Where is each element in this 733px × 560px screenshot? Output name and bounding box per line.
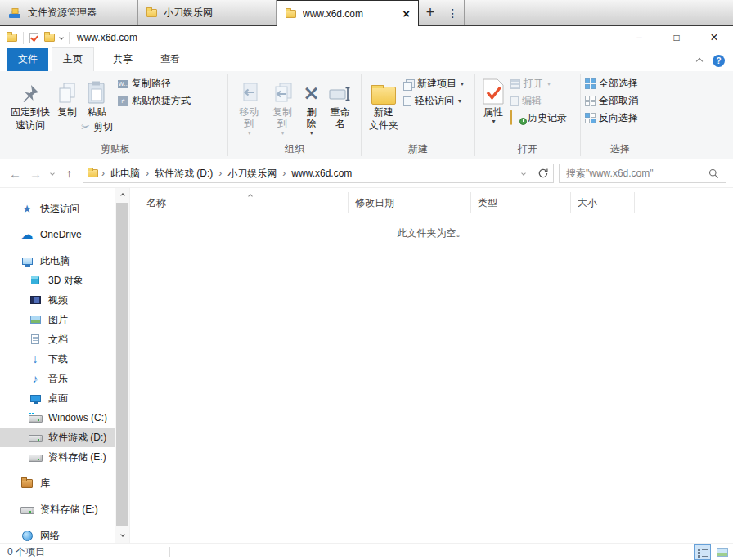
sidebar-item-videos[interactable]: 视频 (0, 290, 115, 310)
column-header-date-modified[interactable]: 修改日期 (349, 192, 471, 213)
sidebar-item-this-pc[interactable]: 此电脑 (0, 251, 115, 271)
customize-toolbar-chevron-icon[interactable] (59, 35, 64, 40)
sidebar-item-pictures[interactable]: 图片 (0, 310, 115, 329)
scrollbar-thumb[interactable] (116, 203, 128, 526)
sidebar-item-documents[interactable]: 文档 (0, 329, 115, 349)
history-button[interactable]: 历史记录 (510, 111, 567, 125)
paste-icon (87, 75, 106, 105)
quick-access-properties-icon[interactable] (29, 33, 38, 43)
search-input[interactable] (566, 168, 704, 179)
tab-xiaodao[interactable]: 小刀娱乐网 (138, 0, 277, 25)
paste-shortcut-button[interactable]: ↱ 粘贴快捷方式 (118, 94, 191, 108)
invert-selection-button[interactable]: 反向选择 (585, 111, 638, 125)
new-tab-button[interactable]: + (419, 0, 442, 25)
up-button[interactable]: ↑ (59, 164, 79, 183)
tab-label: 文件资源管理器 (28, 6, 97, 20)
select-all-icon (585, 78, 596, 89)
thumbnails-view-button[interactable] (713, 544, 731, 560)
tab-strip: 文件资源管理器 小刀娱乐网 www.x6d.com × + ⋮ (0, 0, 733, 26)
new-folder-button[interactable]: 新建 文件夹 (366, 74, 402, 131)
sidebar-item-quick-access[interactable]: ★ 快速访问 (0, 199, 115, 218)
scroll-down-icon[interactable] (115, 527, 129, 541)
details-view-icon (698, 548, 708, 557)
copy-to-button[interactable]: 复制到 ▾ (266, 74, 299, 137)
library-icon (20, 479, 34, 488)
thumbnails-view-icon (717, 548, 728, 557)
ribbon-tab-row: 文件 主页 共享 查看 ? (0, 49, 733, 71)
help-icon[interactable]: ? (713, 55, 725, 67)
group-label-clipboard: 剪贴板 (3, 142, 227, 159)
delete-icon: × (303, 75, 320, 105)
divider (23, 32, 24, 44)
close-tab-icon[interactable]: × (402, 7, 410, 20)
recent-locations-button[interactable] (46, 164, 59, 183)
ribbon-group-select: 全部选择 全部取消 反向选择 选择 (581, 71, 659, 159)
rename-button[interactable]: 重命名 (323, 74, 357, 129)
ribbon-tab-home[interactable]: 主页 (52, 47, 94, 71)
details-view-button[interactable] (694, 544, 711, 560)
maximize-button[interactable]: □ (658, 26, 695, 49)
select-none-icon (585, 96, 596, 106)
minimize-button[interactable]: − (620, 26, 658, 49)
search-icon[interactable] (704, 168, 723, 179)
divider (169, 547, 170, 557)
sidebar-item-desktop[interactable]: 桌面 (0, 388, 115, 408)
cube-icon (29, 276, 42, 284)
sidebar-item-downloads[interactable]: ↓ 下载 (0, 349, 115, 369)
column-header-type[interactable]: 类型 (471, 192, 571, 213)
column-header-size[interactable]: 大小 (571, 192, 635, 213)
open-button[interactable]: 打开 ▾ (510, 77, 567, 91)
app-folder-icon (7, 34, 17, 42)
sidebar-item-network[interactable]: 网络 (0, 526, 115, 543)
window-controls: − □ × (620, 26, 733, 49)
sidebar-scrollbar[interactable] (115, 188, 129, 543)
easy-access-button[interactable]: 轻松访问 ▾ (403, 94, 464, 108)
sidebar-item-3d-objects[interactable]: 3D 对象 (0, 271, 115, 290)
sidebar-item-onedrive[interactable]: ☁ OneDrive (0, 225, 115, 244)
crumb-current[interactable]: www.x6d.com (289, 168, 354, 179)
column-header-name[interactable]: 名称 (140, 192, 349, 213)
tab-www-x6d-active[interactable]: www.x6d.com × (277, 0, 419, 26)
sidebar-item-drive-c[interactable]: Windows (C:) (0, 408, 115, 428)
copy-button[interactable]: 复制 (53, 74, 81, 118)
collapse-ribbon-icon[interactable] (696, 57, 703, 64)
move-to-button[interactable]: 移动到 ▾ (232, 74, 266, 137)
crumb-drive-d[interactable]: 软件游戏 (D:) (152, 167, 215, 181)
easy-access-icon (403, 96, 411, 106)
select-all-button[interactable]: 全部选择 (585, 77, 638, 91)
back-button[interactable]: ← (5, 164, 25, 183)
address-dropdown-icon[interactable] (515, 172, 533, 175)
sidebar-item-music[interactable]: ♪ 音乐 (0, 369, 115, 388)
crumb-separator: › (142, 168, 152, 179)
delete-button[interactable]: × 删除 ▾ (299, 74, 323, 137)
ribbon-tab-share[interactable]: 共享 (102, 48, 143, 71)
cut-button[interactable]: ✂ 剪切 (81, 120, 113, 134)
sidebar-item-drive-d-selected[interactable]: 软件游戏 (D:) (0, 428, 115, 447)
new-item-button[interactable]: 新建项目 ▾ (403, 77, 464, 91)
ribbon-tab-view[interactable]: 查看 (150, 48, 191, 71)
ribbon-tab-file[interactable]: 文件 (7, 48, 48, 71)
quick-access-new-folder-icon[interactable] (44, 34, 55, 42)
crumb-xiaodao[interactable]: 小刀娱乐网 (225, 167, 279, 181)
scroll-up-icon[interactable] (115, 188, 129, 202)
select-none-button[interactable]: 全部取消 (585, 94, 638, 108)
copy-path-button[interactable]: W‥ 复制路径 (118, 77, 191, 91)
sidebar-item-storage-e[interactable]: 资料存储 (E:) (0, 500, 115, 519)
breadcrumb[interactable]: › 此电脑 › 软件游戏 (D:) › 小刀娱乐网 › www.x6d.com (83, 164, 554, 183)
forward-button[interactable]: → (25, 164, 46, 183)
tab-file-explorer[interactable]: 文件资源管理器 (0, 0, 138, 25)
edit-button[interactable]: 编辑 (510, 94, 567, 108)
properties-button[interactable]: 属性 ▾ (479, 74, 507, 125)
crumb-this-pc[interactable]: 此电脑 (108, 167, 142, 181)
scissors-icon: ✂ (81, 121, 90, 133)
dropdown-caret: ▾ (310, 129, 313, 137)
paste-button[interactable]: 粘贴 (83, 74, 110, 118)
pin-to-quick-access-button[interactable]: 固定到快 速访问 (7, 74, 53, 131)
close-button[interactable]: × (695, 26, 733, 49)
refresh-icon[interactable] (533, 168, 553, 179)
dropdown-caret: ▾ (281, 129, 285, 137)
sidebar-item-libraries[interactable]: 库 (0, 473, 115, 493)
tab-label: www.x6d.com (303, 8, 363, 20)
sidebar-item-drive-e[interactable]: 资料存储 (E:) (0, 447, 115, 467)
tab-menu-button[interactable]: ⋮ (442, 0, 465, 25)
